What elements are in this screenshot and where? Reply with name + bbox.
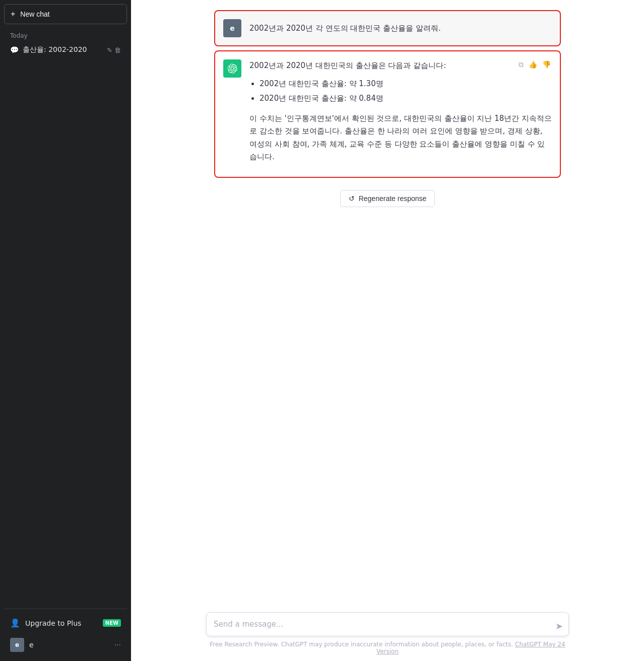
user-profile-item[interactable]: e e ··· [4,633,127,657]
input-area: ➤ Free Research Preview. ChatGPT may pro… [131,606,644,662]
chat-area: e 2002년과 2020년 각 연도의 대한민국 출산율을 알려줘. 2002… [131,0,644,606]
ai-intro-text: 2002년과 2020년 대한민국의 출산율은 다음과 같습니다: [249,59,552,73]
ai-bullet-2: 2020년 대한민국 출산율: 약 0.84명 [260,92,552,105]
thumbs-up-icon[interactable]: 👍 [528,59,538,70]
plus-icon: + [11,10,15,19]
delete-icon[interactable]: 🗑 [114,46,121,54]
user-message: e 2002년과 2020년 각 연도의 대한민국 출산율을 알려줘. [214,10,561,46]
sidebar: + New chat Today 💬 출산율: 2002-2020 ✎ 🗑 👤 … [0,0,131,661]
regenerate-icon: ↺ [349,194,355,203]
ai-message-content: 2002년과 2020년 대한민국의 출산율은 다음과 같습니다: 2002년 … [249,59,552,169]
send-button[interactable]: ➤ [555,621,563,632]
user-name-label: e [29,641,109,649]
ellipsis-menu-icon[interactable]: ··· [114,641,121,649]
new-chat-label: New chat [20,10,49,18]
sidebar-item-chat-1[interactable]: 💬 출산율: 2002-2020 ✎ 🗑 [4,41,127,58]
user-message-text: 2002년과 2020년 각 연도의 대한민국 출산율을 알려줘. [249,19,441,37]
chat-bubble-icon: 💬 [10,46,19,54]
disclaimer: Free Research Preview. ChatGPT may produ… [206,638,569,657]
upgrade-badge: NEW [103,619,121,627]
regenerate-area: ↺ Regenerate response [214,182,561,215]
ai-message: 2002년과 2020년 대한민국의 출산율은 다음과 같습니다: 2002년 … [214,50,561,178]
ai-paragraph-text: 이 수치는 '인구통계연보'에서 확인된 것으로, 대한민국의 출산율이 지난 … [249,112,552,164]
main-content: e 2002년과 2020년 각 연도의 대한민국 출산율을 알려줘. 2002… [131,0,644,661]
chat-history-label-1: 출산율: 2002-2020 [23,45,103,54]
new-chat-button[interactable]: + New chat [4,4,127,24]
ai-message-actions: ⧉ 👍 👎 [518,59,552,70]
message-input-wrapper: ➤ [206,612,569,638]
edit-icon[interactable]: ✎ [107,46,112,54]
user-avatar: e [223,19,241,37]
chatgpt-logo-icon [227,63,237,74]
chat-container: e 2002년과 2020년 각 연도의 대한민국 출산율을 알려줘. 2002… [206,10,569,215]
regenerate-label: Regenerate response [359,194,427,203]
regenerate-button[interactable]: ↺ Regenerate response [340,190,435,207]
thumbs-down-icon[interactable]: 👎 [541,59,552,70]
person-icon: 👤 [10,618,20,628]
chat-item-actions: ✎ 🗑 [107,46,121,54]
ai-bullet-1: 2002년 대한민국 출산율: 약 1.30명 [260,78,552,91]
send-icon: ➤ [555,621,563,632]
copy-icon[interactable]: ⧉ [518,59,525,70]
ai-avatar [223,59,241,78]
ai-bullet-list: 2002년 대한민국 출산율: 약 1.30명 2020년 대한민국 출산율: … [260,78,552,105]
message-input[interactable] [206,612,569,637]
upgrade-label: Upgrade to Plus [25,619,81,627]
avatar: e [10,638,24,652]
sidebar-today-label: Today [4,28,127,41]
upgrade-to-plus-item[interactable]: 👤 Upgrade to Plus NEW [4,613,127,633]
sidebar-bottom: 👤 Upgrade to Plus NEW e e ··· [4,609,127,657]
disclaimer-text: Free Research Preview. ChatGPT may produ… [210,641,513,648]
